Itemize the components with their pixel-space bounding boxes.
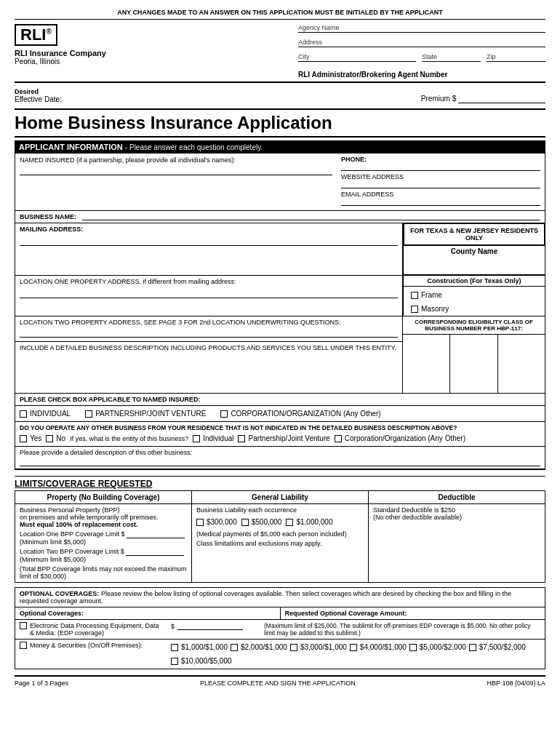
money-cb-6[interactable] [469, 644, 476, 651]
mailing-input[interactable] [20, 236, 398, 246]
money-check-4: $4,000/$1,000 [350, 643, 407, 651]
gl-1000-checkbox[interactable] [286, 519, 293, 526]
corresponding-col-3[interactable] [498, 335, 545, 393]
gl-300-row: $300,000 [196, 518, 237, 526]
header-row: RLI® RLI Insurance Company Peoria, Illin… [15, 24, 545, 79]
individual-checkbox[interactable] [20, 410, 27, 418]
masonry-checkbox[interactable] [411, 306, 418, 313]
footer-complete: PLEASE COMPLETE AND SIGN THE APPLICATION [200, 680, 356, 687]
yes-checkbox[interactable] [20, 435, 27, 442]
email-row: EMAIL ADDRESS [341, 191, 540, 206]
agency-address-field: Address [298, 39, 545, 47]
admin-number-label: RLI Administrator/Brokering Agent Number [298, 71, 545, 79]
biz-desc-input[interactable] [20, 351, 398, 381]
texas-title: FOR TEXAS & NEW JERSEY RESIDENTS ONLY [404, 223, 545, 245]
corp2-checkbox[interactable] [335, 435, 342, 442]
opt-col-left-header: Optional Coverages: [15, 607, 281, 619]
money-cb-5[interactable] [409, 644, 417, 651]
company-location: Peoria, Illinois [15, 57, 106, 65]
optional-header: OPTIONAL COVERAGES: Please review the be… [15, 588, 545, 607]
corresponding-label: CORRESPONDING ELIGIBILITY CLASS OF BUSIN… [403, 316, 545, 335]
no-checkbox[interactable] [46, 435, 53, 442]
limits-header-row: Property (No Building Coverage) General … [15, 490, 545, 504]
county-name-label: County Name [404, 245, 545, 257]
applicant-section: NAMED INSURED (if a partnership, please … [15, 154, 545, 470]
corp2-row: Corporation/Organization (Any Other) [335, 434, 465, 442]
footer-bar: Page 1 of 3 Pages PLEASE COMPLETE AND SI… [15, 675, 545, 687]
premium-block: Premium $ [421, 95, 545, 103]
corresponding-col-2[interactable] [450, 335, 497, 393]
opt-col-right-header: Requested Optional Coverage Amount: [281, 607, 545, 619]
desc-input[interactable] [20, 458, 540, 466]
agency-name-field: Agency Name [298, 24, 545, 33]
named-insured-left: NAMED INSURED (if a partnership, please … [20, 156, 337, 208]
frame-checkbox[interactable] [411, 292, 418, 299]
loc2-bpp-input[interactable] [126, 548, 184, 556]
money-cb-3[interactable] [290, 644, 297, 651]
email-input[interactable] [341, 198, 540, 206]
money-check-3: $3,000/$1,000 [290, 643, 347, 651]
limits-property-col: Business Personal Property (BPP) on prem… [15, 504, 192, 582]
biz-and-corresponding-row: LOCATION TWO PROPERTY ADDRESS, SEE PAGE … [15, 316, 545, 394]
corporation-checkbox[interactable] [220, 410, 228, 418]
partnership-checkbox[interactable] [85, 410, 92, 418]
agency-name-label: Agency Name [298, 24, 545, 31]
desired-label: Desired Effective Date: [15, 88, 62, 103]
check-named-label: PLEASE CHECK BOX APPLICABLE TO NAMED INS… [15, 394, 545, 406]
phone-row: PHONE: [341, 156, 540, 171]
ind2-checkbox[interactable] [193, 435, 200, 442]
gl-300-checkbox[interactable] [196, 519, 204, 526]
limits-section: LIMITS/COVERAGE REQUESTED Property (No B… [15, 476, 545, 583]
named-insured-right: PHONE: WEBSITE ADDRESS EMAIL ADDRESS [337, 156, 540, 208]
loc2-bpp-row: Location Two BPP Coverage Limit $ [20, 548, 187, 556]
money-checkbox[interactable] [20, 642, 27, 649]
premium-line [458, 95, 545, 103]
yes-row: Yes [20, 434, 41, 442]
limits-col2-header: General Liability [192, 491, 369, 503]
logo-block: RLI® RLI Insurance Company Peoria, Illin… [15, 24, 106, 65]
gl-500-checkbox[interactable] [241, 519, 249, 526]
money-check-1: $1,000/$1,000 [171, 643, 228, 651]
money-checkboxes: $1,000/$1,000 $2,000/$1,000 $3,000/$1,00… [171, 642, 540, 666]
agency-state-label: State [422, 53, 481, 60]
mailing-row: MAILING ADDRESS: FOR TEXAS & NEW JERSEY … [15, 223, 545, 276]
money-cb-1[interactable] [171, 644, 178, 651]
money-cb-7[interactable] [171, 658, 178, 665]
do-you-row: DO YOU OPERATE ANY OTHER BUSINESS FROM Y… [15, 422, 545, 447]
money-check-6: $7,500/$2,000 [469, 643, 526, 651]
phone-input[interactable] [341, 163, 540, 171]
biz-desc-area-inner: INCLUDE A DETAILED BUSINESS DESCRIPTION … [15, 342, 402, 389]
edp-left: Electronic Data Processing Equipment, Da… [20, 622, 165, 637]
loc1-extra [20, 298, 398, 307]
edp-amount-input[interactable] [177, 622, 243, 630]
part2-checkbox[interactable] [238, 435, 245, 442]
business-name-input[interactable] [82, 213, 540, 220]
edp-checkbox[interactable] [20, 622, 27, 629]
logo-reg: ® [46, 28, 51, 36]
footer-code: HBP 108 (04/09) LA [487, 680, 545, 687]
loc1-bpp-input[interactable] [127, 530, 185, 538]
agency-address-label: Address [298, 39, 545, 46]
money-cb-2[interactable] [231, 644, 238, 651]
individual-row: INDIVIDUAL [20, 410, 71, 418]
gl-options: $300,000 $500,000 $1,000,000 [196, 517, 364, 527]
loc1-input[interactable] [20, 288, 398, 298]
logo-text: RLI [20, 25, 46, 44]
top-notice: ANY CHANGES MADE TO AN ANSWER ON THIS AP… [15, 9, 545, 20]
optional-coverages: OPTIONAL COVERAGES: Please review the be… [15, 587, 545, 669]
check-named-options: INDIVIDUAL PARTNERSHIP/JOINT VENTURE COR… [15, 406, 545, 422]
loc2-input[interactable] [20, 329, 398, 338]
no-row: No [46, 434, 65, 442]
corresponding-col-1[interactable] [403, 335, 450, 393]
biz-desc-area: LOCATION TWO PROPERTY ADDRESS, SEE PAGE … [15, 316, 403, 393]
money-check-2: $2,000/$1,000 [231, 643, 287, 651]
agency-zip-label: Zip [487, 53, 545, 60]
applicant-header: APPLICANT INFORMATION - Please answer ea… [15, 140, 545, 154]
divider-limits-top [15, 476, 545, 477]
county-name-input[interactable] [404, 257, 545, 275]
limits-gl-col: Business Liability each occurrence $300,… [192, 504, 369, 582]
website-input[interactable] [341, 180, 540, 188]
money-cb-4[interactable] [350, 644, 357, 651]
named-insured-input[interactable] [20, 165, 332, 175]
desired-row: Desired Effective Date: Premium $ [15, 86, 545, 105]
